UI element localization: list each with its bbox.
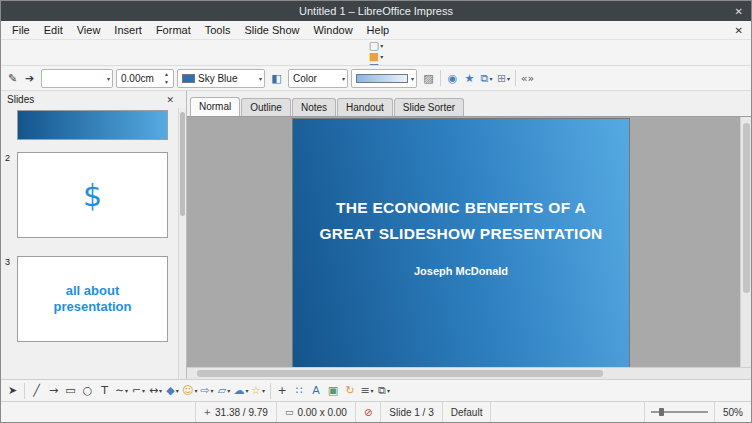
interaction-button[interactable]: ◉ xyxy=(444,68,461,88)
menu-view[interactable]: View xyxy=(70,23,108,37)
line-style-button[interactable]: ✎ xyxy=(4,68,21,88)
panel-scrollbar[interactable] xyxy=(178,108,186,379)
line-tool-button[interactable]: ╱ xyxy=(28,381,45,401)
dropdown-caret-icon[interactable]: ▾ xyxy=(380,53,383,60)
vertical-scrollbar[interactable] xyxy=(740,117,751,367)
tab-handout[interactable]: Handout xyxy=(337,98,393,116)
text-tool-button[interactable]: T xyxy=(96,381,113,401)
slide-thumbnail-2[interactable]: 2$ xyxy=(5,152,168,238)
tab-normal[interactable]: Normal xyxy=(190,97,240,116)
arrange-objects-button[interactable]: ⧉▾ xyxy=(376,381,393,401)
dropdown-caret-icon[interactable]: ▾ xyxy=(411,75,414,82)
flowchart-button[interactable]: ▱▾ xyxy=(215,381,232,401)
glue-points-button[interactable]: ∷ xyxy=(291,381,308,401)
cursor-position-cell[interactable]: + 31.38 / 9.79 xyxy=(195,402,276,422)
connector-button[interactable]: ⌐▾ xyxy=(130,381,147,401)
document-close-icon[interactable]: ✕ xyxy=(735,25,747,36)
menu-window[interactable]: Window xyxy=(306,23,359,37)
area-style-select[interactable]: Color ▾ xyxy=(288,69,348,88)
object-size-cell[interactable]: ▭ 0.00 x 0.00 xyxy=(276,402,355,422)
dropdown-caret-icon[interactable]: ▾ xyxy=(107,75,110,82)
line-width-input[interactable]: 0.00cm ▲ ▼ xyxy=(116,69,174,88)
dropdown-caret-icon[interactable]: ▾ xyxy=(342,75,345,82)
fontwork-button[interactable]: A xyxy=(308,381,325,401)
window-close-icon[interactable]: ✕ xyxy=(735,1,743,21)
horizontal-scrollbar-thumb[interactable] xyxy=(197,370,603,377)
dropdown-caret-icon[interactable]: ▾ xyxy=(194,387,197,394)
slide-canvas[interactable]: THE ECONOMIC BENEFITS OF A GREAT SLIDESH… xyxy=(293,119,629,367)
panel-close-icon[interactable]: ✕ xyxy=(166,95,180,105)
dropdown-caret-icon[interactable]: ▾ xyxy=(245,387,248,394)
slide-subtitle-text[interactable]: Joseph McDonald xyxy=(293,265,629,277)
slide-indicator-cell[interactable]: Slide 1 / 3 xyxy=(380,402,441,422)
arrow-style-button[interactable]: ➔ xyxy=(21,68,38,88)
modified-indicator-cell[interactable]: ⊘ xyxy=(355,402,380,422)
image-from-file-button[interactable]: ▣ xyxy=(325,381,342,401)
dropdown-caret-icon[interactable]: ▾ xyxy=(371,387,374,394)
shadow-button[interactable]: ▨ xyxy=(420,68,437,88)
horizontal-scrollbar[interactable] xyxy=(187,367,751,379)
menu-help[interactable]: Help xyxy=(360,23,397,37)
block-arrows-button[interactable]: ⇨▾ xyxy=(198,381,215,401)
slide-thumbnail-canvas[interactable] xyxy=(17,110,168,140)
curve-button[interactable]: ∼▾ xyxy=(113,381,130,401)
dropdown-caret-icon[interactable]: ▾ xyxy=(387,387,390,394)
spinner-down-icon[interactable]: ▼ xyxy=(161,78,172,86)
callouts-button[interactable]: ☁▾ xyxy=(232,381,249,401)
tab-slide-sorter[interactable]: Slide Sorter xyxy=(394,98,464,116)
dropdown-caret-icon[interactable]: ▾ xyxy=(259,75,262,82)
slides-panel-header: Slides ✕ xyxy=(1,91,186,108)
line-arrow-button[interactable]: → xyxy=(45,381,62,401)
tab-outline[interactable]: Outline xyxy=(241,98,291,116)
main-view: NormalOutlineNotesHandoutSlide Sorter TH… xyxy=(187,91,751,379)
dropdown-caret-icon[interactable]: ▾ xyxy=(262,387,265,394)
dropdown-caret-icon[interactable]: ▾ xyxy=(211,387,214,394)
edit-points-button[interactable]: + xyxy=(274,381,291,401)
menu-insert[interactable]: Insert xyxy=(107,23,149,37)
slide-title-text[interactable]: THE ECONOMIC BENEFITS OF A GREAT SLIDESH… xyxy=(293,195,629,246)
slide-thumbnail-canvas[interactable]: $ xyxy=(17,152,168,238)
select-button[interactable]: ➤ xyxy=(4,381,21,401)
vertical-scrollbar-thumb[interactable] xyxy=(743,123,750,293)
fill-color-select[interactable]: ▾ xyxy=(351,69,417,88)
menu-tools[interactable]: Tools xyxy=(198,23,238,37)
arrange-button[interactable]: ⧉▾ xyxy=(478,68,495,88)
dropdown-caret-icon[interactable]: ▾ xyxy=(489,75,492,82)
dropdown-caret-icon[interactable]: ▾ xyxy=(380,42,383,49)
dropdown-caret-icon[interactable]: ▾ xyxy=(507,75,510,82)
area-fill-button[interactable]: ◧ xyxy=(268,68,285,88)
zoom-slider-track[interactable] xyxy=(651,411,708,413)
zoom-slider[interactable] xyxy=(644,402,714,422)
slide-thumbnail-canvas[interactable]: all about presentation xyxy=(17,256,168,342)
slide-thumbnail-1[interactable] xyxy=(5,110,168,140)
tab-notes[interactable]: Notes xyxy=(292,98,336,116)
menu-slide-show[interactable]: Slide Show xyxy=(237,23,306,37)
align-button[interactable]: ≡▾ xyxy=(359,381,376,401)
spinner-up-icon[interactable]: ▲ xyxy=(161,70,172,78)
dropdown-caret-icon[interactable]: ▾ xyxy=(176,387,179,394)
page-style-cell[interactable]: Default xyxy=(442,402,491,422)
helplines-button[interactable]: ⊞▾ xyxy=(495,68,512,88)
lines-arrows-button[interactable]: ↔▾ xyxy=(147,381,164,401)
symbol-shapes-button[interactable]: ☺▾ xyxy=(181,381,198,401)
animation-button[interactable]: ★ xyxy=(461,68,478,88)
zoom-slider-thumb[interactable] xyxy=(659,408,664,416)
zoom-level-cell[interactable]: 50% xyxy=(714,402,751,422)
dropdown-caret-icon[interactable]: ▾ xyxy=(142,387,145,394)
stars-button[interactable]: ☆▾ xyxy=(250,381,267,401)
dropdown-caret-icon[interactable]: ▾ xyxy=(159,387,162,394)
slide-thumbnail-3[interactable]: 3all about presentation xyxy=(5,256,168,342)
dropdown-caret-icon[interactable]: ▾ xyxy=(125,387,128,394)
menu-file[interactable]: File xyxy=(5,23,37,37)
menu-edit[interactable]: Edit xyxy=(37,23,70,37)
menu-format[interactable]: Format xyxy=(149,23,198,37)
rectangle-button[interactable]: ▭ xyxy=(62,381,79,401)
line-color-select[interactable]: Sky Blue ▾ xyxy=(177,69,265,88)
line-style-select[interactable]: ▾ xyxy=(41,69,113,88)
glue-points-bar-button[interactable]: «» xyxy=(519,68,536,88)
panel-scrollbar-thumb[interactable] xyxy=(180,112,185,216)
rotate-button[interactable]: ↻ xyxy=(342,381,359,401)
dropdown-caret-icon[interactable]: ▾ xyxy=(227,387,230,394)
ellipse-button[interactable]: ○ xyxy=(79,381,96,401)
basic-shapes-button[interactable]: ◆▾ xyxy=(164,381,181,401)
